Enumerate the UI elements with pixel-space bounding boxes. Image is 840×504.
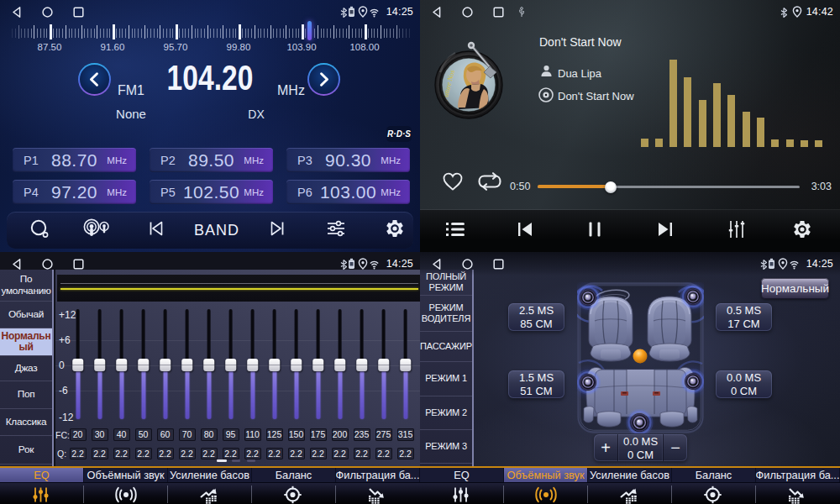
eq-band-slider[interactable]	[67, 309, 89, 420]
tab-balance[interactable]: Баланс	[252, 468, 336, 482]
slider-handle[interactable]	[138, 359, 150, 372]
slider-handle[interactable]	[225, 359, 237, 372]
eq-band-slider[interactable]	[220, 309, 242, 420]
nav-back[interactable]	[11, 6, 22, 22]
tab-filter[interactable]: Фильтрация ба...	[756, 468, 840, 482]
band-button[interactable]: BAND	[194, 222, 239, 239]
eq-settings-button[interactable]	[325, 218, 347, 242]
nav-recents[interactable]	[493, 6, 504, 21]
slider-handle[interactable]	[160, 359, 171, 372]
eq-band-slider[interactable]	[89, 309, 111, 420]
eq-band-slider[interactable]	[242, 309, 264, 420]
bluetooth[interactable]	[339, 258, 347, 273]
aps-button[interactable]	[81, 218, 110, 242]
preset-button-p2[interactable]: P289.50MHz	[150, 148, 273, 172]
nav-back[interactable]	[431, 6, 442, 22]
nav-back[interactable]	[431, 258, 442, 274]
settings-button[interactable]	[792, 219, 813, 244]
tab-bass[interactable]: Усиление басов	[168, 468, 252, 482]
delay-rear-left[interactable]: 1.5 MS51 CM	[508, 370, 564, 398]
slider-handle[interactable]	[181, 359, 193, 372]
nav-home[interactable]	[462, 6, 473, 21]
battery[interactable]	[348, 6, 355, 21]
decrease-delay-button[interactable]: −	[663, 434, 687, 461]
progress-knob[interactable]	[605, 181, 617, 193]
next-track-button[interactable]	[654, 219, 676, 243]
location[interactable]	[358, 6, 368, 21]
slider-handle[interactable]	[72, 359, 84, 372]
eq-band-slider[interactable]	[198, 309, 220, 420]
seek-down-button[interactable]	[78, 63, 111, 96]
tab-eq-icon-cell[interactable]	[420, 483, 504, 504]
increase-delay-button[interactable]: +	[594, 434, 618, 461]
location[interactable]	[792, 6, 802, 21]
battery[interactable]	[768, 258, 775, 273]
tab-surround-icon-cell[interactable]	[504, 483, 588, 504]
nav-recents[interactable]	[73, 258, 84, 273]
favorite-button[interactable]	[441, 171, 465, 196]
preset-button-p3[interactable]: P390.30MHz	[286, 148, 410, 172]
page-dot[interactable]	[247, 459, 255, 462]
eq-band-slider[interactable]	[307, 309, 329, 420]
slider-handle[interactable]	[356, 359, 368, 372]
preset-button-p1[interactable]: P188.70MHz	[13, 148, 136, 172]
listening-mode-6[interactable]: РЕЖИМ 3	[420, 430, 472, 464]
tab-balance-icon-cell[interactable]	[252, 483, 336, 504]
nav-recents[interactable]	[73, 6, 84, 21]
eq-band-slider[interactable]	[395, 309, 417, 420]
tune-up-button[interactable]	[267, 219, 287, 241]
location[interactable]	[358, 258, 368, 273]
eq-band-slider[interactable]	[373, 309, 395, 420]
eq-band-slider[interactable]	[329, 309, 351, 420]
wifi[interactable]	[370, 6, 379, 21]
playlist-button[interactable]	[444, 220, 466, 242]
tune-down-button[interactable]	[146, 219, 166, 241]
tab-balance[interactable]: Баланс	[672, 468, 756, 482]
tab-bass-icon-cell[interactable]	[588, 483, 672, 504]
location[interactable]	[778, 258, 788, 273]
slider-handle[interactable]	[334, 359, 346, 372]
delay-front-right[interactable]: 0.5 MS17 CM	[716, 303, 772, 331]
eq-band-slider[interactable]	[111, 309, 133, 420]
tab-filter-icon-cell[interactable]	[336, 483, 420, 504]
bluetooth[interactable]	[779, 6, 787, 21]
eq-band-slider[interactable]	[264, 309, 286, 420]
eq-band-slider[interactable]	[176, 309, 198, 420]
nav-home[interactable]	[42, 258, 53, 273]
bluetooth[interactable]	[759, 258, 767, 273]
tab-surround-icon-cell[interactable]	[84, 483, 168, 504]
equalizer-button[interactable]	[726, 218, 748, 244]
slider-handle[interactable]	[247, 359, 259, 372]
tab-filter-icon-cell[interactable]	[756, 483, 840, 504]
repeat-button[interactable]	[477, 171, 502, 195]
slider-handle[interactable]	[269, 359, 281, 372]
progress-track[interactable]	[538, 186, 800, 188]
eq-band-slider[interactable]	[286, 309, 307, 420]
settings-button[interactable]	[385, 218, 406, 243]
tab-bass-icon-cell[interactable]	[168, 483, 252, 504]
listening-mode-3[interactable]: ПАССАЖИР	[420, 332, 472, 362]
tab-eq[interactable]: EQ	[0, 468, 84, 482]
nav-home[interactable]	[462, 258, 473, 273]
slider-handle[interactable]	[400, 359, 412, 372]
tab-eq-icon-cell[interactable]	[0, 483, 84, 504]
usb[interactable]	[519, 6, 525, 21]
slider-handle[interactable]	[312, 359, 324, 372]
tab-surround[interactable]: Объёмный звук	[504, 468, 588, 482]
tab-bass[interactable]: Усиление басов	[588, 468, 672, 482]
seek-up-button[interactable]	[307, 63, 340, 96]
tab-balance-icon-cell[interactable]	[672, 483, 756, 504]
preset-button-p5[interactable]: P5102.50MHz	[150, 180, 273, 204]
bluetooth[interactable]	[339, 6, 347, 21]
slider-handle[interactable]	[116, 359, 128, 372]
battery[interactable]	[348, 258, 355, 273]
preset-button-p4[interactable]: P497.20MHz	[13, 180, 136, 204]
preset-button-p6[interactable]: P6103.00MHz	[286, 180, 410, 204]
page-dot[interactable]	[232, 459, 240, 462]
eq-band-slider[interactable]	[133, 309, 155, 420]
nav-home[interactable]	[42, 6, 53, 21]
tab-eq[interactable]: EQ	[420, 468, 504, 482]
eq-band-slider[interactable]	[155, 309, 176, 420]
listening-mode-2[interactable]: РЕЖИМ ВОДИТЕЛЯ	[420, 296, 472, 332]
slider-handle[interactable]	[94, 359, 106, 372]
